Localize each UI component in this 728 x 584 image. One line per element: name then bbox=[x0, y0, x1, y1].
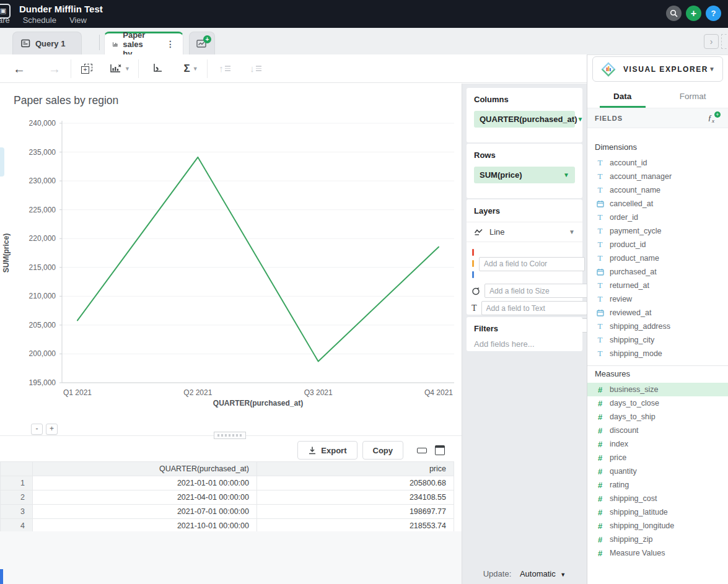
export-button[interactable]: Export bbox=[297, 441, 357, 460]
measure-item[interactable]: #Measure Values bbox=[587, 546, 728, 560]
tab-data[interactable]: Data bbox=[587, 87, 658, 108]
update-caret-icon[interactable]: ▼ bbox=[560, 572, 566, 578]
dimension-name: review bbox=[610, 295, 632, 303]
pill-caret-icon[interactable]: ▼ bbox=[563, 172, 569, 178]
table-row[interactable]: 12021-01-01 00:00:00205800.68 bbox=[1, 476, 454, 490]
measure-item[interactable]: #shipping_latitude bbox=[587, 505, 728, 519]
add-calculated-field-icon[interactable]: ƒx+ bbox=[708, 113, 721, 124]
column-header-quarter[interactable]: QUARTER(purchased_at) bbox=[33, 462, 257, 476]
add-icon[interactable]: + bbox=[686, 6, 701, 21]
text-type-icon: T bbox=[595, 240, 605, 250]
sort-asc-icon[interactable]: ↑ bbox=[208, 63, 242, 74]
number-type-icon: # bbox=[595, 481, 605, 490]
measure-item[interactable]: #days_to_ship bbox=[587, 410, 728, 424]
menu-share[interactable]: Share bbox=[0, 15, 10, 25]
redo-button[interactable]: → bbox=[38, 63, 71, 75]
remove-chart-icon[interactable]: ▼ bbox=[102, 64, 138, 73]
table-row[interactable]: 22021-04-01 00:00:00234108.55 bbox=[1, 490, 454, 505]
add-visual-icon[interactable]: + bbox=[71, 64, 102, 74]
columns-label: Columns bbox=[474, 95, 575, 104]
tab-menu-kebab-icon[interactable]: ⋮ bbox=[166, 39, 175, 49]
columns-field-pill[interactable]: QUARTER(purchased_at) ▼ bbox=[474, 111, 575, 128]
measure-item[interactable]: #business_size bbox=[587, 383, 728, 396]
svg-text:Q3 2021: Q3 2021 bbox=[304, 388, 333, 397]
dimension-item[interactable]: Tpayment_cycle bbox=[587, 224, 728, 238]
measure-item[interactable]: #rating bbox=[587, 478, 728, 492]
maximize-results-icon[interactable] bbox=[435, 445, 445, 455]
column-header-price[interactable]: price bbox=[257, 462, 454, 476]
mark-type-selector[interactable]: Line ▼ bbox=[467, 222, 582, 242]
undo-button[interactable]: ← bbox=[0, 63, 38, 75]
dimension-item[interactable]: reviewed_at bbox=[587, 306, 728, 320]
measure-item[interactable]: #quantity bbox=[587, 464, 728, 478]
zoom-in-button[interactable]: + bbox=[46, 424, 58, 435]
dimension-item[interactable]: Taccount_id bbox=[587, 156, 728, 170]
explorer-caret-icon[interactable]: ▼ bbox=[709, 66, 715, 72]
tab-paper-sales-label: Paper sales by... bbox=[123, 30, 160, 58]
dimension-item[interactable]: Torder_id bbox=[587, 211, 728, 224]
update-mode-control: Update: Automatic ▼ bbox=[462, 569, 587, 578]
dimension-item[interactable]: Tproduct_name bbox=[587, 251, 728, 265]
tab-scroll-next-button[interactable]: › bbox=[704, 34, 719, 49]
measure-item[interactable]: #shipping_cost bbox=[587, 492, 728, 505]
fields-label: FIELDS bbox=[595, 115, 623, 122]
minimize-results-icon[interactable] bbox=[417, 448, 427, 453]
dimension-item[interactable]: Taccount_manager bbox=[587, 170, 728, 183]
new-visual-tab-button[interactable]: + bbox=[189, 32, 215, 54]
measure-name: days_to_ship bbox=[610, 412, 656, 421]
visual-explorer-logo-icon bbox=[600, 61, 616, 77]
mark-caret-icon[interactable]: ▼ bbox=[569, 229, 575, 235]
menu-schedule[interactable]: Schedule bbox=[23, 15, 56, 25]
svg-text:Q1 2021: Q1 2021 bbox=[63, 388, 92, 397]
size-field-input[interactable] bbox=[485, 284, 590, 298]
line-chart[interactable]: 195,000200,000205,000210,000215,000220,0… bbox=[0, 115, 462, 412]
table-row[interactable]: 32021-07-01 00:00:00198697.77 bbox=[1, 505, 454, 519]
search-icon[interactable] bbox=[666, 6, 682, 21]
download-icon bbox=[308, 446, 317, 455]
dimension-item[interactable]: Tshipping_city bbox=[587, 333, 728, 347]
dimension-item[interactable]: cancelled_at bbox=[587, 197, 728, 211]
text-type-icon: T bbox=[595, 185, 605, 195]
measure-item[interactable]: #price bbox=[587, 451, 728, 464]
dimension-item[interactable]: Tshipping_mode bbox=[587, 347, 728, 360]
visualization-panel: Paper sales by region 195,000200,000205,… bbox=[0, 84, 462, 584]
tab-overflow-placeholder bbox=[721, 34, 728, 49]
measure-item[interactable]: #shipping_zip bbox=[587, 533, 728, 546]
text-type-icon: T bbox=[595, 253, 605, 263]
measure-item[interactable]: #index bbox=[587, 437, 728, 451]
menu-view[interactable]: View bbox=[69, 15, 87, 25]
explorer-mode-label: VISUAL EXPLORER bbox=[623, 65, 708, 74]
explorer-mode-dropdown[interactable]: VISUAL EXPLORER ▼ bbox=[592, 56, 723, 82]
filters-shelf[interactable]: Filters Add fields here... bbox=[467, 317, 582, 351]
pill-caret-icon[interactable]: ▼ bbox=[577, 116, 583, 123]
size-icon bbox=[471, 287, 480, 295]
dimension-item[interactable]: Treview bbox=[587, 292, 728, 306]
dimension-item[interactable]: Tshipping_address bbox=[587, 320, 728, 333]
copy-button[interactable]: Copy bbox=[362, 441, 404, 460]
dimension-name: order_id bbox=[610, 213, 638, 222]
color-field-input[interactable] bbox=[479, 257, 585, 271]
tab-query-1[interactable]: Query 1 bbox=[12, 32, 82, 54]
zoom-out-button[interactable]: - bbox=[31, 424, 43, 435]
measure-name: Measure Values bbox=[610, 549, 665, 557]
aggregate-sigma-icon[interactable]: Σ▼ bbox=[175, 63, 207, 75]
dimension-item[interactable]: Treturned_at bbox=[587, 279, 728, 292]
tab-paper-sales[interactable]: Paper sales by... ⋮ bbox=[104, 32, 183, 54]
dimension-item[interactable]: purchased_at bbox=[587, 265, 728, 279]
measure-item[interactable]: #days_to_close bbox=[587, 396, 728, 410]
svg-text:230,000: 230,000 bbox=[29, 177, 56, 185]
measure-name: shipping_zip bbox=[610, 535, 653, 544]
text-field-input[interactable] bbox=[481, 301, 587, 315]
dimension-item[interactable]: Taccount_name bbox=[587, 183, 728, 197]
help-icon[interactable]: ? bbox=[706, 6, 721, 21]
left-edge-tab[interactable] bbox=[0, 147, 4, 177]
measure-item[interactable]: #shipping_longitude bbox=[587, 519, 728, 533]
dimension-item[interactable]: Tproduct_id bbox=[587, 238, 728, 251]
swap-axes-icon[interactable] bbox=[139, 63, 175, 74]
tab-format[interactable]: Format bbox=[658, 87, 728, 108]
update-mode-dropdown[interactable]: Automatic bbox=[520, 569, 556, 578]
measure-item[interactable]: #discount bbox=[587, 424, 728, 437]
splitter-drag-handle[interactable] bbox=[214, 432, 246, 439]
rows-field-pill[interactable]: SUM(price) ▼ bbox=[474, 167, 575, 183]
sort-desc-icon[interactable]: ↓ bbox=[242, 63, 270, 74]
